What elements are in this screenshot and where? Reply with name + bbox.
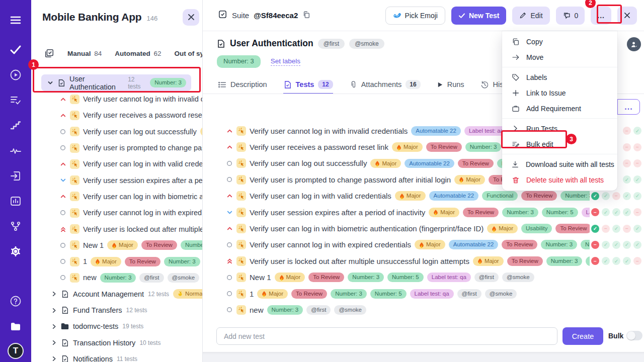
priority-none-icon — [59, 209, 66, 216]
tree-test-row[interactable]: Verify user can log out successfullyMajo… — [31, 124, 203, 140]
menu-item-label: Copy — [526, 38, 543, 46]
badge-number-5: Number: 5 — [387, 273, 424, 282]
test-row[interactable]: 1MajorTo ReviewNumber: 3Number: 5Label t… — [216, 286, 644, 302]
test-row[interactable]: Verify user can log in with biometric au… — [216, 220, 644, 236]
run-split-more[interactable]: ... — [617, 100, 639, 114]
check-icon[interactable] — [9, 43, 22, 56]
tab-runs[interactable]: Runs — [437, 75, 464, 94]
steps-icon[interactable] — [9, 119, 22, 132]
chevron-right-icon[interactable] — [51, 356, 57, 361]
test-click-emoji-icon — [236, 289, 246, 299]
tree-test-row[interactable]: New 1MajorTo ReviewNumber: 3Number: 5Lab… — [31, 237, 203, 253]
tree-suite-row[interactable]: Account Management 12 testsNormal — [31, 286, 203, 302]
assignee-avatar[interactable] — [627, 37, 641, 51]
chevron-right-icon[interactable] — [51, 340, 57, 345]
play-circle-icon[interactable] — [9, 68, 22, 81]
menu-item-delete-suite-with-all-tests[interactable]: Delete suite with all tests — [502, 172, 617, 188]
set-labels-link[interactable]: Set labels — [271, 57, 300, 66]
add-test-input[interactable] — [216, 327, 557, 345]
badge-major: Major — [395, 191, 426, 201]
badge-@first: @first — [139, 273, 164, 283]
suite-test-count: 11 tests — [117, 355, 137, 362]
menu-item-copy[interactable]: Copy — [502, 34, 617, 49]
sign-in-icon[interactable] — [9, 169, 22, 183]
test-title: Verify user cannot log in with expired c… — [250, 240, 411, 249]
test-click-emoji-icon — [236, 126, 246, 136]
tree-test-row[interactable]: Verify user can log in with biometric au… — [31, 189, 203, 205]
pick-emoji-button[interactable]: Pick Emoji — [385, 7, 445, 25]
help-icon[interactable] — [9, 295, 22, 308]
tree-test-row[interactable]: Verify user cannot log in with invalid c… — [31, 91, 203, 107]
test-title: Verify user can log out successfully — [83, 128, 197, 136]
menu-item-run-tests[interactable]: Run Tests — [502, 121, 617, 136]
test-click-emoji-icon — [70, 240, 79, 250]
pencil-icon — [519, 12, 527, 19]
priority-none-icon — [59, 258, 66, 265]
test-title: Verify user can log out successfully — [250, 159, 367, 167]
tab-tests[interactable]: Tests12 — [283, 75, 333, 94]
menu-item-bulk-edit[interactable]: Bulk edit — [502, 136, 617, 152]
badge-number-3: Number: 3 — [560, 191, 590, 201]
chevron-right-icon[interactable] — [51, 291, 57, 297]
tree-test-row[interactable]: Verify user session expires after a peri… — [31, 172, 203, 188]
list-check-icon[interactable] — [9, 94, 22, 107]
close-icon — [188, 14, 195, 21]
test-row[interactable]: Verify user is locked out after multiple… — [216, 253, 644, 269]
multi-select-icon[interactable] — [44, 48, 54, 58]
test-title: 1 — [83, 257, 87, 265]
menu-item-add-requirement[interactable]: Add Requirement — [502, 101, 617, 116]
folder-icon[interactable] — [9, 320, 22, 333]
hamburger-icon[interactable] — [9, 14, 22, 27]
tree-suite-row[interactable]: todomvc-tests 19 tests — [31, 318, 203, 334]
more-actions-button[interactable]: ... — [591, 7, 611, 25]
new-test-button[interactable]: New Test — [451, 7, 506, 25]
chevron-right-icon[interactable] — [51, 308, 57, 313]
filter-automated[interactable]: Automated 62 — [115, 50, 161, 57]
tab-attachments[interactable]: Attachments16 — [349, 75, 421, 94]
tree-suite-row[interactable]: Transaction History 10 tests — [31, 334, 203, 350]
filter-out-of-sync[interactable]: Out of sync — [175, 50, 203, 57]
chevron-right-icon[interactable] — [51, 324, 57, 329]
menu-item-labels[interactable]: Labels — [502, 69, 617, 85]
tree-test-row[interactable]: 1MajorTo ReviewNumber: 3Number: 5Label t… — [31, 253, 203, 269]
copy-suite-id-icon[interactable] — [302, 11, 310, 21]
flame-emoji-icon — [375, 160, 380, 166]
test-row[interactable]: newNumber: 3@first@smoke — [216, 302, 644, 318]
tree-suite-row[interactable]: Notifications 11 tests — [31, 351, 203, 362]
filter-manual[interactable]: Manual 84 — [67, 50, 102, 57]
test-row[interactable]: New 1MajorTo ReviewNumber: 3Number: 5Lab… — [216, 269, 644, 286]
gear-icon[interactable] — [9, 245, 22, 258]
tree-test-row[interactable]: Verify user can log in with valid creden… — [31, 156, 203, 172]
tree-test-row[interactable]: Verify user cannot log in with expired c… — [31, 205, 203, 221]
comments-button[interactable]: 0 — [556, 7, 585, 25]
create-test-button[interactable]: Create — [562, 327, 603, 345]
menu-item-move[interactable]: Move — [502, 49, 617, 65]
tree-suite-row[interactable]: Fund Transfers 12 tests — [31, 302, 203, 318]
tree-test-row[interactable]: newNumber: 3@first@smoke — [31, 269, 203, 286]
tree-suite-user-authentication[interactable]: User Authentication 12 tests Number: 3 — [41, 74, 191, 91]
app-logo[interactable]: T — [8, 343, 24, 359]
badge-number-5: Number: 5 — [586, 256, 590, 266]
chevron-down-icon[interactable] — [47, 80, 53, 86]
tree-test-row[interactable]: Verify user is prompted to change passwo… — [31, 140, 203, 156]
menu-item-download-suite-with-all-tests[interactable]: Download suite with all tests — [502, 156, 617, 172]
passed-status-icon: ✓ — [602, 241, 610, 249]
branch-icon[interactable] — [9, 220, 22, 233]
bar-chart-icon[interactable] — [9, 195, 22, 208]
failed-status-icon: − — [602, 225, 610, 233]
wave-emoji-icon — [393, 12, 401, 19]
suite-tag: @smoke — [349, 39, 384, 49]
tree-test-row[interactable]: Verify user receives a password reset li… — [31, 107, 203, 123]
tab-description[interactable]: Description — [218, 75, 267, 94]
badge-number-3: Number: 3 — [465, 142, 502, 152]
edit-suite-button[interactable]: Edit — [512, 7, 549, 25]
bulk-toggle[interactable] — [626, 331, 642, 340]
test-row[interactable]: Verify user cannot log in with expired c… — [216, 237, 644, 253]
test-row[interactable]: Verify user session expires after a peri… — [216, 204, 644, 220]
badge-to-review: To Review — [458, 159, 494, 168]
close-suite-button[interactable] — [617, 7, 637, 25]
tree-test-row[interactable]: Verify user is locked out after multiple… — [31, 221, 203, 237]
activity-icon[interactable] — [9, 144, 22, 157]
menu-item-link-to-issue[interactable]: Link to Issue — [502, 85, 617, 101]
close-tree-button[interactable] — [183, 9, 199, 26]
